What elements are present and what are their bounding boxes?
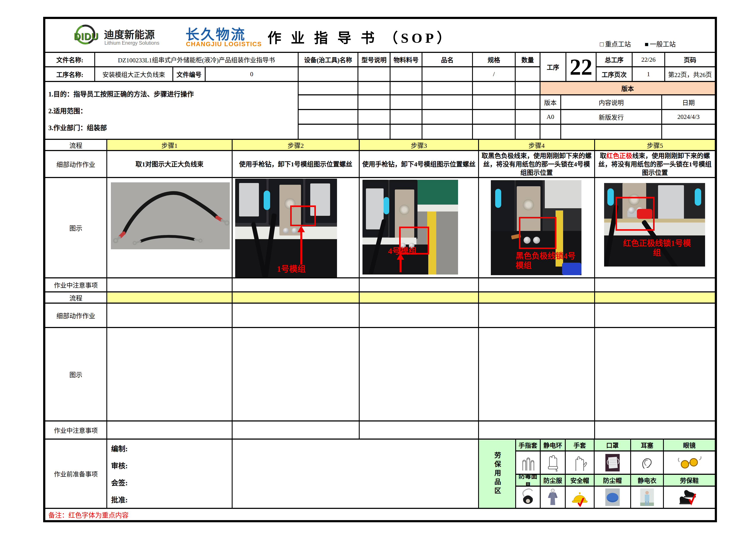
empty-cell [107,278,232,293]
flow-label: 流程 [45,140,107,151]
empty-cell [561,125,662,140]
cable-photo-icon [111,183,230,249]
didu-logo-tagline: Lithium Energy Solutions [104,40,159,46]
ppe-label-safety-shoes: 劳保鞋 [664,475,715,487]
module-photo-4: 红色正极线锁1号模组 [604,183,705,267]
doc-name-label: 文件名称: [45,53,95,67]
detail-step-3: 使用手枪钻，卸下4号模组图示位置螺丝 [360,151,479,178]
ppe-label-esd-strap: 静电环 [541,439,566,451]
caution-row-1: 作业中注意事项 [45,278,715,293]
step-header-4: 步骤4 [479,140,595,151]
checkbox-checked-icon: ■ [645,41,649,48]
process-name-value: 安装模组大正大负线束 [95,67,173,82]
empty-cell [479,278,595,293]
qty-label: 数量 [516,53,540,67]
process-label: 工序 [540,53,566,82]
header-band: DIDU 迪度新能源 Lithium Energy Solutions 长久物流… [45,19,715,53]
empty-cell [422,96,473,110]
caution-row-2: 作业中注意事项 [45,421,715,439]
arrow-head-icon [298,226,305,232]
empty-cell [595,278,715,293]
detail-row-1: 细部动作作业 取1对图示大正大负线束 使用手枪钻，卸下1号模组图示位置螺丝 使用… [45,151,715,178]
detail-row-2: 细部动作作业 [45,304,715,328]
module-photo-3: 黑色负极线锁4号模组 [491,180,581,275]
signature-cell: 编制: 审核: 会签: 批准: [107,439,232,509]
version-table: 版本 版本 内容说明 日期 A0 新版发行 2024/4/3 [540,82,715,140]
face-mask-icon [595,451,631,475]
arrow-up-icon [400,259,401,272]
ppe-label-respirator: 防毒面具 [516,475,541,487]
photo-annotation: 1号模组 [261,264,321,274]
detail-label: 细部动作作业 [45,151,107,178]
empty-cell [299,110,358,125]
version-col-header: 版本 [540,96,561,110]
empty-cell [358,125,391,140]
gloves-icon [566,451,595,475]
station-general-label: 一般工站 [650,41,676,48]
empty-cell [422,125,473,140]
module-photo-1: 1号模组 [235,179,337,278]
empty-cell [479,304,595,328]
empty-cell [232,278,360,293]
date-col-header: 日期 [662,96,715,110]
desc-col-header: 内容说明 [561,96,662,110]
version-title: 版本 [540,82,715,96]
safety-shoes-icon [664,487,715,509]
material-label: 物料料号 [391,53,422,67]
doc-no-value: 0 [205,67,299,82]
esd-clothes-icon [631,487,664,509]
photo-step-2: 1号模组 [232,178,360,278]
version-row-date: 2024/4/3 [662,110,715,125]
empty-cell [107,421,232,439]
empty-cell [358,67,391,82]
empty-cell [360,328,479,421]
spec-value: / [473,67,516,82]
info-rows: 文件名称: 工序名称: DZ100233L1组串式户外储能柜(液冷)产品组装作业… [45,53,715,82]
empty-cell [473,110,516,125]
empty-cell [358,110,391,125]
flow-row-2: 流程 [45,293,715,304]
photo-annotation: 红色正极线锁1号模组 [622,239,691,258]
photo-annotation: 黑色负极线锁4号模组 [516,251,579,270]
flow-label-2: 流程 [45,293,107,304]
ppe-label-dust-suit: 防尘服 [541,475,566,487]
safety-helmet-icon [566,487,595,509]
detail-step-1: 取1对图示大正大负线束 [107,151,232,178]
ppe-label-esd-clothes: 静电衣 [631,475,664,487]
didu-logo-icon: DIDU [72,24,100,47]
empty-cell [360,293,479,304]
esd-wrist-strap-icon [541,451,566,475]
changjiu-logo-tagline: CHANGJIU LOGISTICS [186,41,262,48]
station-type-options: □重点工站 ■一般工站 [600,39,676,48]
empty-cell [422,110,473,125]
ppe-label-finger-cots: 手指套 [516,439,541,451]
detail-step-2: 使用手枪钻，卸下1号模组图示位置螺丝 [232,151,360,178]
empty-cell [391,82,422,96]
sign-field-countersign: 会签: [111,477,128,488]
product-label: 品名 [422,53,473,67]
preparation-region: 作业前准备事项 编制: 审核: 会签: 批准: 劳保用品区 手指套 防毒面具 [45,439,715,509]
empty-cell [358,82,391,96]
empty-cell [479,293,595,304]
photo-step-3: 4号模组 [360,178,479,278]
empty-cell [299,125,358,140]
process-number: 22 [566,53,597,82]
preparation-label: 作业前准备事项 [45,439,107,509]
empty-cell [662,125,715,140]
process-page-value: 1 [633,67,665,82]
didu-mark-text: DIDU [74,31,99,42]
module-photo-2: 4号模组 [363,180,458,274]
doc-no-label: 文件编号 [173,67,205,82]
empty-cell [516,67,540,82]
equipment-label: 设备(治工具)名称 [299,53,358,67]
empty-cell [232,328,360,421]
didu-logo-name: 迪度新能源 [104,26,155,41]
empty-cell [391,67,422,82]
empty-cell [595,293,715,304]
empty-cell [360,304,479,328]
sign-field-review: 审核: [111,460,128,470]
empty-cell [232,293,360,304]
total-process-label: 总工序 [597,53,633,67]
empty-cell [232,439,479,509]
illustration-row-2: 图示 [45,328,715,421]
